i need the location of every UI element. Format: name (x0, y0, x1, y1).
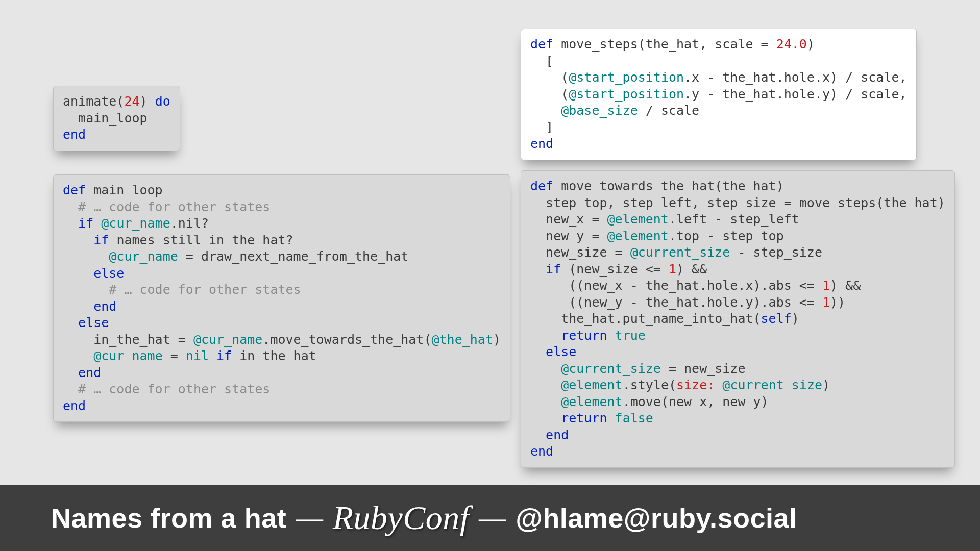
slide-footer: Names from a hat — RubyConf — @hlame@rub… (0, 485, 980, 551)
code-block-move-steps: def move_steps(the_hat, scale = 24.0) [ … (521, 29, 917, 160)
talk-title: Names from a hat (51, 502, 286, 534)
code-block-move-towards: def move_towards_the_hat(the_hat) step_t… (521, 170, 955, 468)
separator: — (479, 502, 507, 534)
code-block-animate: animate(24) do main_loop end (53, 86, 180, 151)
conference-name: RubyConf (333, 498, 470, 537)
separator: — (296, 502, 324, 534)
code-block-main-loop: def main_loop # … code for other states … (53, 174, 510, 422)
author-handle: @hlame@ruby.social (516, 502, 797, 534)
